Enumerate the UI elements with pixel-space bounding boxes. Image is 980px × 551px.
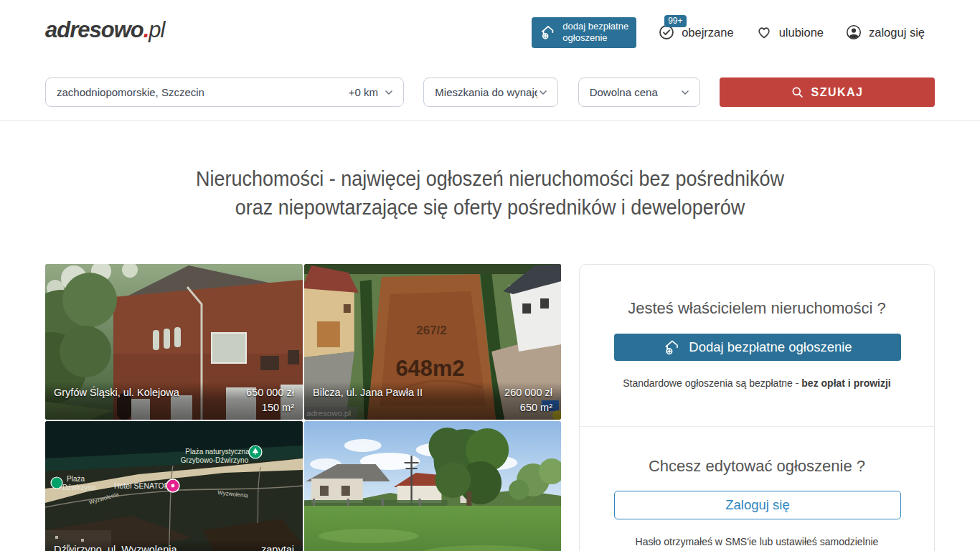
property-photo: Plaża naturystyczna Grzybowo-Dźwirzyno P…	[45, 421, 303, 551]
edit-section: Chcesz edytować ogłoszenie ? Zaloguj się…	[580, 427, 934, 547]
listing-area: 150 m²	[54, 402, 294, 413]
user-circle-icon	[845, 24, 862, 41]
header-actions: dodaj bezpłatne ogłoszenie 99+ obejrzane…	[532, 17, 925, 48]
map-label-beach-left-line1: Plaża	[67, 475, 85, 483]
owner-note-bold: bez opłat i prowizji	[801, 377, 890, 389]
listing-location: Gryfów Śląski, ul. Kolejowa	[54, 387, 179, 398]
top-header: adresowo.pl dodaj bezpłatne ogłoszenie	[0, 0, 980, 63]
chevron-down-icon	[383, 87, 395, 98]
listing-overlay: Gryfów Śląski, ul. Kolejowa 650 000 zł 1…	[45, 382, 303, 420]
listing-location: Dźwirzyno, ul. Wyzwolenia	[54, 544, 177, 551]
listing-overlay: Bilcza, ul. Jana Pawła II 260 000 zł 650…	[304, 382, 561, 420]
photo-plot-number: 267/2	[416, 324, 446, 337]
location-input[interactable]: zachodniopomorskie, Szczecin +0 km	[45, 77, 404, 107]
map-label-beach-top-line2: Grzybowo-Dźwirzyno	[181, 456, 249, 464]
category-value: Mieszkania do wynajęcia	[435, 86, 537, 98]
viewed-button[interactable]: 99+ obejrzane	[658, 24, 733, 41]
edit-note: Hasło otrzymałeś w SMS'ie lub ustawiłeś …	[580, 536, 934, 547]
map-label-hotel: Hotel SENATOR	[114, 481, 170, 490]
add-listing-button[interactable]: dodaj bezpłatne ogłoszenie	[532, 17, 636, 48]
header-divider	[0, 121, 980, 121]
listing-price: 650 000 zł	[246, 387, 294, 398]
add-listing-line1: dodaj bezpłatne	[562, 21, 628, 32]
listing-overlay: Dźwirzyno, ul. Wyzwolenia zapytaj o cenę	[45, 539, 303, 551]
login-label: zaloguj się	[869, 26, 925, 39]
property-photo	[304, 421, 561, 551]
map-label-beach-left-line2: Dźwirzyno	[62, 484, 96, 491]
listing-price: zapytaj	[261, 544, 294, 551]
favorites-button[interactable]: ulubione	[755, 24, 824, 41]
page-title: Nieruchomości - najwięcej ogłoszeń nieru…	[34, 164, 946, 222]
owner-panel: Jesteś właścicielem nieruchomości ? Doda…	[579, 264, 935, 551]
location-value: zachodniopomorskie, Szczecin	[57, 86, 204, 98]
page-title-line1: Nieruchomości - najwięcej ogłoszeń nieru…	[196, 167, 784, 190]
listing-card[interactable]: 267/2 648m2 adresowo.pl Bilcza, ul. Jana…	[304, 264, 561, 420]
listing-card[interactable]: Grójec, ul. Bagienna 891 000 zł	[304, 421, 561, 551]
owner-heading: Jesteś właścicielem nieruchomości ?	[580, 299, 934, 318]
price-value: Dowolna cena	[590, 86, 679, 98]
add-free-listing-label: Dodaj bezpłatne ogłoszenie	[689, 339, 852, 355]
photo-plot-area: 648m2	[395, 356, 464, 381]
brand-logo[interactable]: adresowo.pl	[45, 17, 164, 43]
edit-heading: Chcesz edytować ogłoszenie ?	[580, 457, 934, 476]
search-icon	[791, 85, 804, 99]
house-plus-icon	[540, 24, 557, 41]
brand-logo-tld: pl	[149, 17, 164, 42]
add-listing-label: dodaj bezpłatne ogłoszenie	[562, 21, 628, 44]
brand-logo-main: adresowo	[45, 17, 143, 42]
add-listing-line2: ogłoszenie	[562, 32, 607, 43]
owner-note-regular: Standardowe ogłoszenia są bezpłatne -	[623, 377, 801, 389]
house-plus-icon	[663, 338, 682, 357]
sidebar-login-button[interactable]: Zaloguj się	[614, 491, 901, 519]
login-button[interactable]: zaloguj się	[845, 24, 925, 41]
listing-location: Bilcza, ul. Jana Pawła II	[313, 387, 423, 398]
search-bar: zachodniopomorskie, Szczecin +0 km Miesz…	[45, 77, 935, 107]
owner-note: Standardowe ogłoszenia są bezpłatne - be…	[580, 377, 934, 389]
owner-section: Jesteś właścicielem nieruchomości ? Doda…	[580, 265, 934, 427]
price-dropdown[interactable]: Dowolna cena	[578, 77, 700, 107]
page-title-line2: oraz niepowtarzające się oferty pośredni…	[235, 196, 745, 219]
listing-grid: Gryfów Śląski, ul. Kolejowa 650 000 zł 1…	[45, 264, 561, 551]
listing-card[interactable]: Plaża naturystyczna Grzybowo-Dźwirzyno P…	[45, 421, 303, 551]
map-label-beach-top-line1: Plaża naturystyczna	[185, 448, 250, 456]
search-submit-button[interactable]: SZUKAJ	[720, 77, 935, 107]
favorites-label: ulubione	[779, 26, 824, 39]
category-dropdown[interactable]: Mieszkania do wynajęcia	[423, 77, 558, 107]
chevron-down-icon	[537, 87, 549, 98]
listing-area: 650 m²	[313, 402, 552, 413]
chevron-down-icon	[679, 87, 691, 98]
listing-card[interactable]: Gryfów Śląski, ul. Kolejowa 650 000 zł 1…	[45, 264, 303, 420]
radius-dropdown[interactable]: +0 km	[349, 86, 395, 98]
viewed-label: obejrzane	[682, 26, 733, 39]
heart-icon	[755, 24, 773, 41]
add-free-listing-button[interactable]: Dodaj bezpłatne ogłoszenie	[614, 334, 901, 361]
search-submit-label: SZUKAJ	[811, 86, 863, 99]
viewed-count-badge: 99+	[664, 15, 686, 27]
listing-price: 260 000 zł	[504, 387, 552, 398]
radius-value: +0 km	[349, 86, 378, 98]
